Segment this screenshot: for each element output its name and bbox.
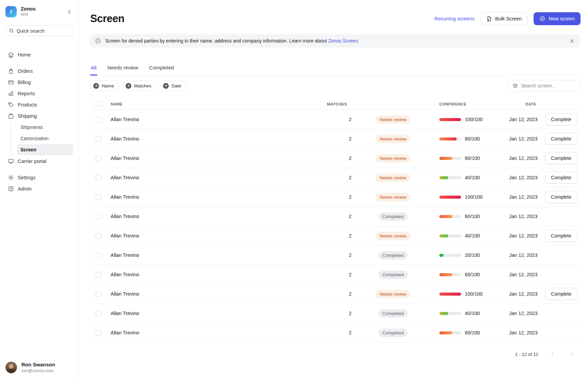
tab-needs-review[interactable]: Needs review <box>107 61 139 76</box>
screen-search <box>508 80 581 92</box>
tab-completed[interactable]: Completed <box>149 61 175 76</box>
row-checkbox[interactable] <box>96 233 101 239</box>
row-checkbox[interactable] <box>96 252 101 258</box>
row-matches: 2 <box>327 311 354 316</box>
recurring-screens-link[interactable]: Recurring screens <box>435 16 475 21</box>
user-menu[interactable]: Ron Swanson ron@zonos.com <box>5 358 75 375</box>
table-row: Allan Trevino 2 Completed 60/100 Jan 12,… <box>90 265 581 284</box>
external-link-icon <box>7 186 14 192</box>
complete-button[interactable]: Complete <box>545 288 577 300</box>
complete-button[interactable]: Complete <box>545 230 577 242</box>
screen-search-input[interactable] <box>521 83 576 88</box>
sidebar: Z Zonos 909 Quick search Home Orde <box>0 0 79 380</box>
quick-search-placeholder: Quick search <box>17 28 45 34</box>
row-checkbox[interactable] <box>96 272 101 278</box>
row-checkbox[interactable] <box>96 311 101 316</box>
filter-chip-name[interactable]: Name <box>90 81 119 91</box>
sub-item-label: Screen <box>20 147 36 152</box>
sidebar-item-carrier-portal[interactable]: Carrier portal <box>5 155 75 167</box>
row-checkbox[interactable] <box>96 214 101 219</box>
new-screen-button[interactable]: New screen <box>534 12 581 25</box>
row-checkbox[interactable] <box>96 291 101 297</box>
avatar <box>5 362 17 373</box>
confidence-bar-fill <box>439 118 461 121</box>
sidebar-item-screen[interactable]: Screen <box>17 144 73 155</box>
tab-all[interactable]: All <box>90 61 97 76</box>
sidebar-item-label: Home <box>18 52 31 57</box>
row-checkbox[interactable] <box>96 117 101 122</box>
select-all-checkbox[interactable] <box>96 101 101 107</box>
chevron-left-icon[interactable] <box>549 350 557 358</box>
confidence-score: 100/100 <box>465 194 483 200</box>
sidebar-item-shipments[interactable]: Shipments <box>17 122 73 133</box>
user-name: Ron Swanson <box>21 362 55 367</box>
confidence-bar-fill <box>439 254 444 257</box>
package-icon <box>7 113 14 119</box>
row-name: Allan Trevino <box>108 233 327 238</box>
row-matches: 2 <box>327 233 354 238</box>
row-name: Allan Trevino <box>108 175 327 180</box>
row-name: Allan Trevino <box>108 136 327 142</box>
confidence-score: 40/100 <box>465 175 480 180</box>
monitor-icon <box>7 158 14 164</box>
status-badge: Needs review <box>376 232 411 240</box>
table-row: Allan Trevino 2 Needs review 100/100 Jan… <box>90 187 581 207</box>
row-matches: 2 <box>327 330 354 335</box>
row-checkbox[interactable] <box>96 155 101 161</box>
table-row: Allan Trevino 2 Completed 40/100 Jan 12,… <box>90 304 581 323</box>
user-email: ron@zonos.com <box>21 368 55 373</box>
complete-button[interactable]: Complete <box>545 191 577 203</box>
row-checkbox[interactable] <box>96 175 101 181</box>
sidebar-item-settings[interactable]: Settings <box>5 172 75 183</box>
cube-icon <box>512 83 518 88</box>
sidebar-item-products[interactable]: Products <box>5 99 75 110</box>
shopping-bag-icon <box>7 68 14 74</box>
sidebar-item-admin[interactable]: Admin <box>5 183 75 194</box>
workspace-switcher[interactable]: Z Zonos 909 <box>5 6 74 17</box>
table-header: NAME MATCHES CONFIDENCE DATE <box>90 98 581 110</box>
sidebar-item-cartonization[interactable]: Cartonization <box>17 133 73 144</box>
confidence-score: 100/100 <box>465 291 483 297</box>
sidebar-item-reports[interactable]: Reports <box>5 88 75 99</box>
status-badge: Needs review <box>376 135 411 143</box>
row-checkbox[interactable] <box>96 136 101 142</box>
quick-search-input[interactable]: Quick search <box>5 26 74 36</box>
table-row: Allan Trevino 2 Needs review 80/100 Jan … <box>90 129 581 149</box>
bulk-screen-button[interactable]: Bulk Screen <box>480 12 527 25</box>
complete-button[interactable]: Complete <box>545 152 577 164</box>
confidence-cell: 80/100 <box>439 136 509 142</box>
chevron-right-icon[interactable] <box>568 350 576 358</box>
confidence-cell: 60/100 <box>439 155 509 161</box>
confidence-cell: 100/100 <box>439 291 509 297</box>
filter-chip-label: Date <box>172 83 181 88</box>
zonos-screen-link[interactable]: Zonos Screen <box>328 38 358 44</box>
confidence-score: 60/100 <box>465 272 480 277</box>
row-checkbox[interactable] <box>96 194 101 200</box>
row-name: Allan Trevino <box>108 272 327 277</box>
complete-button[interactable]: Complete <box>545 171 577 184</box>
filter-chip-matches[interactable]: Matches <box>122 81 157 91</box>
complete-button[interactable]: Complete <box>545 133 577 145</box>
row-matches: 2 <box>327 272 354 277</box>
sidebar-item-shipping[interactable]: Shipping <box>5 110 75 121</box>
bar-chart-icon <box>7 90 14 97</box>
status-badge: Completed <box>378 270 408 279</box>
sidebar-item-label: Billing <box>18 80 31 85</box>
sidebar-item-orders[interactable]: Orders <box>5 65 75 77</box>
confidence-cell: 40/100 <box>439 175 509 180</box>
table-body: Allan Trevino 2 Needs review 100/100 Jan… <box>90 110 581 343</box>
confidence-score: 40/100 <box>465 233 480 238</box>
close-icon[interactable] <box>568 37 576 45</box>
sidebar-nav: Home Orders Billing Reports Products S <box>5 49 75 358</box>
filter-chip-date[interactable]: Date <box>160 81 186 91</box>
row-checkbox[interactable] <box>96 330 101 336</box>
sidebar-item-home[interactable]: Home <box>5 49 75 60</box>
sidebar-item-billing[interactable]: Billing <box>5 77 75 88</box>
status-tabs: All Needs review Completed <box>90 61 581 76</box>
complete-button[interactable]: Complete <box>545 113 577 126</box>
tag-icon <box>7 102 14 108</box>
unfold-icon[interactable] <box>67 9 72 14</box>
row-matches: 2 <box>327 252 354 258</box>
confidence-cell: 20/100 <box>439 252 509 258</box>
filter-chip-label: Name <box>102 83 114 88</box>
